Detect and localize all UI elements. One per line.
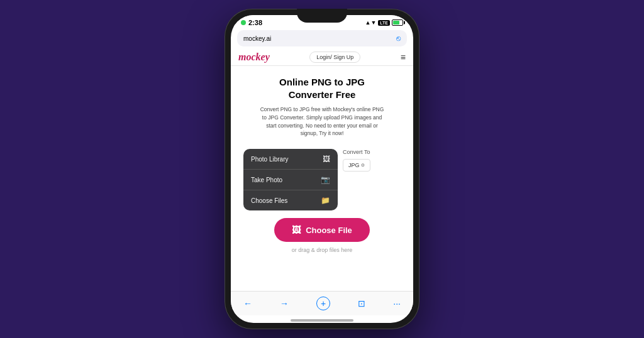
format-selector[interactable]: JPG ⊙ bbox=[343, 159, 370, 172]
format-text: JPG bbox=[348, 162, 360, 168]
browser-bar: ← → + ⊡ ··· bbox=[231, 291, 413, 315]
login-button[interactable]: Login/ Sign Up bbox=[309, 52, 360, 63]
choose-file-label: Choose File bbox=[306, 226, 352, 235]
phone-frame: 2:38 ▲▼ LTE mockey.ai ⎋ mockey Login/ Si… bbox=[225, 9, 419, 329]
format-chevron: ⊙ bbox=[361, 163, 365, 168]
take-photo-label: Take Photo bbox=[251, 177, 282, 183]
choose-files-label: Choose Files bbox=[251, 197, 287, 204]
lte-badge: LTE bbox=[378, 20, 390, 26]
choose-files-item[interactable]: Choose Files 📁 bbox=[243, 190, 338, 210]
status-right: ▲▼ LTE bbox=[365, 19, 403, 26]
choose-file-button[interactable]: 🖼 Choose File bbox=[274, 218, 370, 242]
back-button[interactable]: ← bbox=[243, 298, 252, 308]
battery-icon bbox=[392, 19, 403, 26]
choose-files-icon: 📁 bbox=[321, 196, 330, 205]
hamburger-icon[interactable]: ≡ bbox=[401, 52, 406, 62]
upload-dropdown: Photo Library 🖼 Take Photo 📷 Choose File… bbox=[243, 149, 338, 210]
choose-file-icon: 🖼 bbox=[292, 225, 301, 235]
share-icon[interactable]: ⎋ bbox=[396, 34, 401, 43]
add-tab-button[interactable]: + bbox=[316, 297, 330, 310]
tabs-button[interactable]: ⊡ bbox=[358, 298, 365, 308]
page-title: Online PNG to JPG Converter Free bbox=[279, 76, 365, 101]
address-bar[interactable]: mockey.ai ⎋ bbox=[237, 30, 407, 46]
take-photo-icon: 📷 bbox=[321, 175, 330, 184]
url-text: mockey.ai bbox=[243, 35, 271, 42]
convert-label: Convert To bbox=[343, 149, 370, 155]
main-content: Online PNG to JPG Converter Free Convert… bbox=[231, 66, 413, 291]
time-display: 2:38 bbox=[248, 19, 262, 26]
drag-drop-text: or drag & drop files here bbox=[292, 247, 353, 253]
choose-file-area: 🖼 Choose File or drag & drop files here bbox=[243, 218, 401, 253]
home-indicator bbox=[291, 319, 353, 322]
phone-screen: 2:38 ▲▼ LTE mockey.ai ⎋ mockey Login/ Si… bbox=[231, 15, 413, 323]
signal-dot bbox=[241, 20, 246, 25]
upload-row: Photo Library 🖼 Take Photo 📷 Choose File… bbox=[243, 149, 401, 210]
lte-text: ▲▼ bbox=[365, 19, 376, 26]
photo-library-item[interactable]: Photo Library 🖼 bbox=[243, 149, 338, 170]
battery-fill bbox=[393, 21, 399, 25]
more-button[interactable]: ··· bbox=[393, 298, 401, 308]
nav-bar: mockey Login/ Sign Up ≡ bbox=[231, 49, 413, 66]
notch bbox=[297, 9, 347, 23]
title-text: Online PNG to JPG Converter Free bbox=[279, 77, 365, 100]
photo-library-label: Photo Library bbox=[251, 156, 288, 163]
take-photo-item[interactable]: Take Photo 📷 bbox=[243, 170, 338, 190]
convert-section: Convert To JPG ⊙ bbox=[343, 149, 370, 210]
description-text: Convert PNG to JPG free with Mockey's on… bbox=[259, 106, 385, 138]
status-left: 2:38 bbox=[241, 19, 262, 26]
photo-library-icon: 🖼 bbox=[323, 155, 330, 163]
logo: mockey bbox=[238, 52, 270, 63]
forward-button[interactable]: → bbox=[280, 298, 289, 308]
